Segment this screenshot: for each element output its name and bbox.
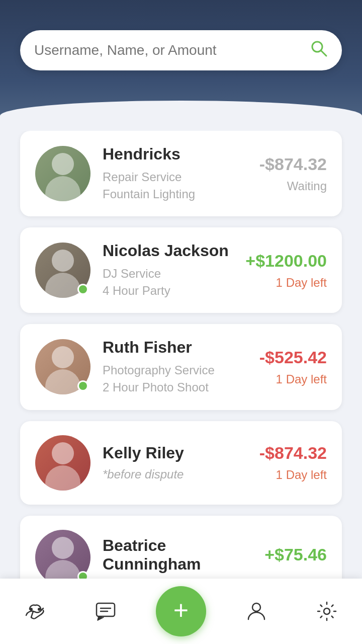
card-right: +$75.46 [264, 545, 327, 570]
card-content: Nicolas Jackson DJ Service 4 Hour Party [103, 242, 245, 299]
svg-line-1 [321, 50, 326, 56]
status-badge: 1 Day left [259, 372, 327, 386]
contact-name: Hendricks [103, 145, 259, 164]
online-indicator [77, 284, 88, 295]
dispute-note: *before dispute [103, 467, 259, 481]
nav-settings[interactable] [307, 591, 347, 631]
add-button[interactable]: + [156, 586, 206, 636]
status-badge: 1 Day left [259, 468, 327, 482]
cards-container: Hendricks Repair Service Fountain Lighti… [0, 121, 362, 644]
avatar-wrap [35, 146, 90, 201]
card-right: -$874.32 1 Day left [259, 443, 327, 482]
avatar-wrap [35, 339, 90, 394]
card-right: -$525.42 1 Day left [259, 348, 327, 386]
status-badge: 1 Day left [245, 276, 327, 290]
avatar-wrap [35, 530, 90, 585]
card-content: Kelly Riley *before dispute [103, 444, 259, 481]
plus-icon: + [173, 597, 189, 623]
contact-name: Ruth Fisher [103, 338, 259, 357]
amount: +$75.46 [264, 545, 327, 565]
card-content: Ruth Fisher Photography Service 2 Hour P… [103, 338, 259, 395]
svg-point-7 [252, 603, 260, 611]
list-item[interactable]: Kelly Riley *before dispute -$874.32 1 D… [20, 421, 342, 505]
avatar-wrap [35, 435, 90, 491]
card-right: -$874.32 Waiting [259, 154, 327, 193]
list-item[interactable]: Hendricks Repair Service Fountain Lighti… [20, 131, 342, 216]
search-input[interactable] [34, 42, 310, 58]
service-description: Photography Service 2 Hour Photo Shoot [103, 362, 259, 395]
avatar [35, 435, 90, 491]
status-badge: Waiting [259, 179, 327, 193]
card-content: Beatrice Cunningham [103, 536, 264, 579]
list-item[interactable]: Nicolas Jackson DJ Service 4 Hour Party … [20, 227, 342, 313]
nav-messages[interactable] [85, 591, 126, 631]
search-bar[interactable] [20, 30, 342, 70]
avatar-wrap [35, 243, 90, 298]
amount: +$1200.00 [245, 251, 327, 271]
header [0, 0, 362, 116]
list-item[interactable]: Ruth Fisher Photography Service 2 Hour P… [20, 324, 342, 410]
card-content: Hendricks Repair Service Fountain Lighti… [103, 145, 259, 202]
contact-name: Nicolas Jackson [103, 242, 245, 260]
bottom-nav: + [0, 579, 362, 644]
service-description: Repair Service Fountain Lighting [103, 169, 259, 202]
contact-name: Kelly Riley [103, 444, 259, 462]
nav-handshake[interactable] [15, 591, 55, 631]
search-icon [310, 39, 328, 61]
amount: -$874.32 [259, 443, 327, 463]
nav-profile[interactable] [236, 591, 277, 631]
amount: -$874.32 [259, 154, 327, 174]
svg-point-8 [324, 608, 330, 614]
contact-name: Beatrice Cunningham [103, 536, 264, 574]
card-right: +$1200.00 1 Day left [245, 251, 327, 290]
service-description: DJ Service 4 Hour Party [103, 265, 245, 299]
avatar [35, 146, 90, 201]
online-indicator [77, 380, 88, 391]
svg-rect-4 [97, 603, 115, 616]
amount: -$525.42 [259, 348, 327, 367]
